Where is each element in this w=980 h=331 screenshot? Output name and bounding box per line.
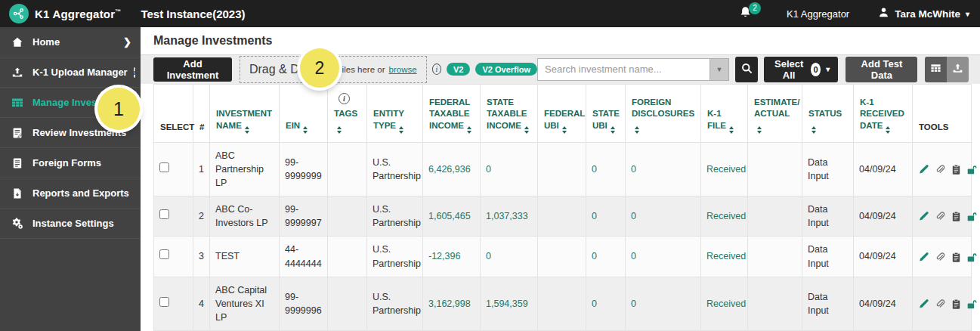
chevron-down-icon: ▾ — [966, 10, 969, 18]
row-select-checkbox[interactable] — [159, 162, 169, 172]
v2-overflow-badge[interactable]: V2 Overflow — [475, 63, 537, 76]
table-row: 4 ABC Capital Ventures XI LP 99-9999996 … — [154, 277, 972, 330]
sort-icon[interactable] — [245, 126, 249, 134]
col-header-tags[interactable]: i TAGS — [328, 84, 367, 142]
app-name-link[interactable]: K1 Aggregator — [787, 8, 849, 20]
select-all-button[interactable]: Select All 0 ▾ — [764, 57, 838, 82]
sort-icon[interactable] — [886, 126, 890, 134]
unlock-icon[interactable] — [966, 164, 978, 175]
search-options-dropdown[interactable]: ▼ — [709, 58, 729, 81]
row-select-checkbox[interactable] — [159, 249, 169, 259]
search-button[interactable] — [735, 57, 758, 82]
col-header-federal-taxable-income[interactable]: FEDERAL TAXABLE INCOME — [423, 84, 481, 142]
sort-icon[interactable] — [303, 126, 308, 134]
table-view-button[interactable] — [925, 57, 947, 82]
clipboard-icon[interactable] — [951, 164, 962, 175]
unlock-icon[interactable] — [966, 252, 978, 263]
sort-icon[interactable] — [812, 126, 816, 134]
cell-state-ubi: 0 — [586, 237, 626, 277]
col-header-federal-ubi[interactable]: FEDERAL UBI — [538, 84, 586, 142]
col-header-k1-received-date[interactable]: K-1 RECEIVED DATE — [854, 84, 913, 142]
col-header-estimate-actual[interactable]: ESTIMATE/ ACTUAL — [748, 84, 802, 142]
cell-ein: 99-9999996 — [280, 277, 328, 330]
cell-ein: 99-9999997 — [280, 196, 328, 237]
sort-icon[interactable] — [337, 126, 342, 134]
sidebar-item-foreign-forms[interactable]: Foreign Forms — [0, 148, 141, 178]
cell-status: Data Input — [802, 277, 854, 330]
edit-pencil-icon[interactable] — [918, 211, 929, 222]
sort-icon[interactable] — [467, 126, 471, 134]
cell-federal-ubi — [538, 196, 586, 237]
main-content: Manage Investments Add Investment Drag &… — [141, 27, 980, 331]
edit-pencil-icon[interactable] — [918, 164, 929, 175]
attachment-paperclip-icon[interactable] — [934, 252, 945, 263]
info-icon[interactable]: i — [339, 93, 350, 104]
sidebar-item-home[interactable]: Home ❯ — [0, 27, 141, 57]
col-header-tools: TOOLS — [913, 84, 972, 142]
cell-number: 2 — [193, 196, 210, 237]
col-header-k1-file[interactable]: K-1 FILE — [701, 84, 748, 142]
col-header-investment-name[interactable]: INVESTMENT NAME — [210, 84, 280, 142]
sort-icon[interactable] — [611, 126, 615, 134]
cell-investment-name: ABC Partnership LP — [210, 142, 280, 196]
cell-k1-file[interactable]: Received — [701, 142, 748, 196]
user-name: Tara McWhite — [895, 8, 960, 20]
table-grid-icon — [11, 96, 23, 109]
info-icon[interactable]: i — [134, 67, 136, 78]
col-header-ein[interactable]: EIN — [280, 84, 328, 142]
user-menu[interactable]: Tara McWhite ▾ — [878, 7, 969, 20]
unlock-icon[interactable] — [966, 211, 978, 222]
cell-federal-taxable-income: 3,162,998 — [423, 277, 481, 330]
clipboard-icon[interactable] — [951, 252, 962, 263]
attachment-paperclip-icon[interactable] — [934, 211, 945, 222]
cell-tools — [913, 142, 972, 196]
investments-table-band: SELECT # INVESTMENT NAME EIN i TAGS ENTI… — [141, 84, 980, 331]
sort-icon[interactable] — [635, 126, 639, 134]
sort-icon[interactable] — [524, 126, 529, 134]
edit-pencil-icon[interactable] — [918, 299, 929, 310]
cell-entity-type: U.S. Partnership — [367, 142, 423, 196]
col-header-status[interactable]: STATUS — [802, 84, 854, 142]
sort-icon[interactable] — [757, 126, 762, 134]
cell-investment-name: ABC Capital Ventures XI LP — [210, 277, 280, 330]
sidebar: Home ❯ K-1 Upload Manager i Manage Inves… — [0, 27, 141, 331]
upload-view-button[interactable] — [947, 57, 969, 82]
sidebar-item-k1-upload-manager[interactable]: K-1 Upload Manager i — [0, 57, 141, 88]
clipboard-icon[interactable] — [951, 299, 962, 310]
unlock-icon[interactable] — [966, 299, 978, 310]
v2-badge[interactable]: V2 — [447, 63, 470, 76]
clipboard-icon[interactable] — [951, 211, 962, 222]
cell-k1-file[interactable]: Received — [701, 277, 748, 330]
sort-icon[interactable] — [399, 126, 403, 134]
investments-table: SELECT # INVESTMENT NAME EIN i TAGS ENTI… — [153, 84, 972, 331]
row-select-checkbox[interactable] — [159, 209, 169, 219]
cell-k1-file[interactable]: Received — [701, 196, 748, 237]
sidebar-item-instance-settings[interactable]: Instance Settings — [0, 209, 141, 239]
cell-federal-ubi — [538, 237, 586, 277]
info-icon[interactable]: i — [432, 63, 441, 75]
row-select-checkbox[interactable] — [159, 297, 169, 307]
search-input[interactable] — [537, 58, 709, 81]
sort-icon[interactable] — [729, 126, 734, 134]
document-edit-icon — [11, 126, 23, 139]
col-header-state-ubi[interactable]: STATE UBI — [586, 84, 626, 142]
col-header-entity-type[interactable]: ENTITY TYPE — [367, 84, 423, 142]
add-investment-button[interactable]: Add Investment — [153, 57, 232, 82]
col-header-foreign-disclosures[interactable]: FOREIGN DISCLOSURES — [626, 84, 701, 142]
sort-icon[interactable] — [562, 126, 567, 134]
sidebar-item-reports-and-exports[interactable]: Reports and Exports — [0, 178, 141, 209]
add-test-data-button[interactable]: Add Test Data — [846, 57, 917, 82]
cell-ein: 44-4444444 — [280, 237, 328, 277]
cell-entity-type: U.S. Partnership — [367, 196, 423, 237]
browse-link[interactable]: browse — [389, 65, 417, 74]
attachment-paperclip-icon[interactable] — [934, 299, 945, 310]
attachment-paperclip-icon[interactable] — [934, 164, 945, 175]
cell-k1-file[interactable]: Received — [701, 237, 748, 277]
cell-investment-name: TEST — [210, 237, 280, 277]
edit-pencil-icon[interactable] — [918, 252, 929, 263]
notifications-button[interactable]: 2 — [739, 6, 752, 22]
col-header-state-taxable-income[interactable]: STATE TAXABLE INCOME — [481, 84, 538, 142]
page-title: Manage Investments — [153, 34, 272, 48]
cell-tags — [328, 237, 367, 277]
cell-k1-received-date: 04/09/24 — [854, 142, 913, 196]
